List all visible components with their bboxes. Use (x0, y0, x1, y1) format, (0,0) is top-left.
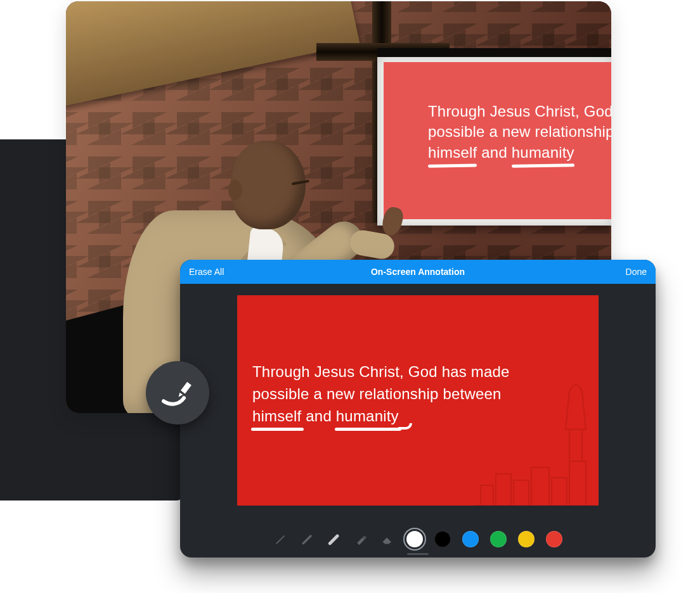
projector-line1: Through Jesus Christ, God has (428, 103, 611, 120)
slide-line1: Through Jesus Christ, God has made (252, 363, 510, 380)
projector-line3-mid: and (477, 144, 511, 161)
pen-bold-icon[interactable] (327, 532, 342, 547)
pen-medium-icon[interactable] (300, 532, 315, 547)
slide-canvas[interactable]: Through Jesus Christ, God has made possi… (237, 295, 599, 506)
home-indicator (407, 553, 429, 555)
marker-icon[interactable] (353, 532, 368, 547)
annotation-badge (146, 361, 209, 424)
done-button[interactable]: Done (626, 267, 647, 277)
eraser-icon[interactable] (380, 532, 395, 547)
pen-thin-icon[interactable] (273, 532, 288, 547)
annotation-app-window: Erase All On-Screen Annotation Done Thro… (180, 260, 656, 558)
erase-all-button[interactable]: Erase All (189, 267, 224, 277)
projector-line2: possible a new relationship be (428, 123, 611, 140)
slide-underline-2: humanity (336, 405, 399, 428)
slide-line3-mid: and (301, 407, 335, 424)
projector-underline-1: himself (428, 143, 477, 167)
annotation-toolbar (180, 531, 656, 547)
projector-underline-2: humanity (512, 143, 574, 167)
color-swatch-green[interactable] (490, 531, 507, 547)
slide-underline-1: himself (252, 405, 301, 428)
annotation-titlebar: Erase All On-Screen Annotation Done (180, 260, 656, 284)
projector-screen: Through Jesus Christ, God has possible a… (377, 48, 611, 226)
projector-slide-text: Through Jesus Christ, God has possible a… (428, 101, 611, 167)
color-swatch-white[interactable] (406, 531, 423, 547)
titlebar-title: On-Screen Annotation (180, 267, 656, 277)
color-swatch-yellow[interactable] (518, 531, 535, 547)
marker-stroke-icon (160, 374, 195, 411)
slide-text: Through Jesus Christ, God has made possi… (252, 361, 510, 427)
color-swatch-blue[interactable] (462, 531, 479, 547)
color-swatch-black[interactable] (434, 531, 451, 547)
slide-line2: possible a new relationship between (252, 385, 502, 402)
color-swatch-red[interactable] (546, 531, 562, 547)
slide-doodle (474, 379, 595, 506)
